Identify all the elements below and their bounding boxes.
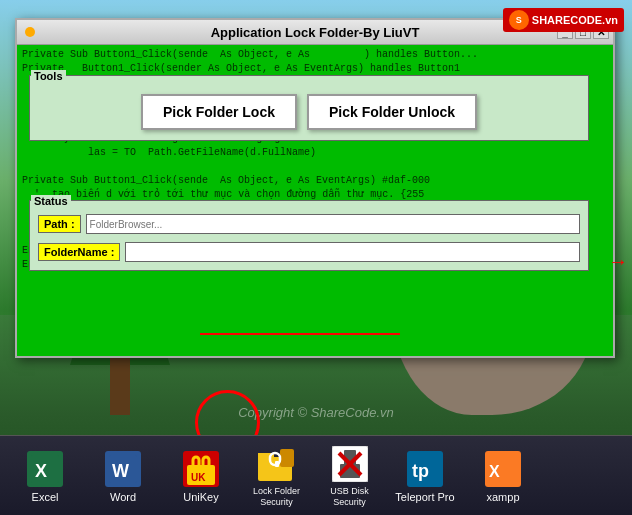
code-line: Private Sub Button1_Click(sende As Objec… [22, 174, 608, 188]
code-line: Private Button1_Click(sender As Object, … [22, 62, 608, 76]
red-arrow-icon: → [608, 250, 628, 273]
excel-label: Excel [32, 491, 59, 503]
xampp-icon: X [483, 449, 523, 489]
pick-folder-lock-button[interactable]: Pick Folder Lock [141, 94, 297, 130]
red-arrow-line [200, 333, 400, 335]
unikey-label: UniKey [183, 491, 218, 503]
svg-text:tp: tp [412, 461, 429, 481]
tools-section-label: Tools [31, 70, 66, 82]
foldername-row: FolderName : [38, 242, 580, 262]
code-line: las = TO Path.GetFileName(d.FullName) [22, 146, 608, 160]
svg-text:X: X [35, 461, 47, 481]
path-row: Path : [38, 214, 580, 234]
teleport-icon: tp [405, 449, 445, 489]
taskbar-item-word[interactable]: W Word [88, 440, 158, 512]
pick-folder-unlock-button[interactable]: Pick Folder Unlock [307, 94, 477, 130]
teleport-label: Teleport Pro [395, 491, 454, 503]
lockfolder-label: Lock FolderSecurity [253, 486, 300, 508]
taskbar-item-teleport[interactable]: tp Teleport Pro [390, 440, 460, 512]
title-dot [25, 27, 35, 37]
word-icon: W [103, 449, 143, 489]
word-label: Word [110, 491, 136, 503]
unikey-icon: UK [181, 449, 221, 489]
copyright-overlay: Copyright © ShareCode.vn [0, 405, 632, 420]
sharecode-text: SHARECODE.vn [532, 14, 618, 26]
taskbar-item-lockfolder[interactable]: Lock FolderSecurity [244, 440, 309, 512]
xampp-label: xampp [486, 491, 519, 503]
sc-icon: S [509, 10, 529, 30]
word-icon-inner: W [105, 451, 141, 487]
path-input[interactable] [86, 214, 580, 234]
taskbar: X Excel W Word UK [0, 435, 632, 515]
tools-panel: Pick Folder Lock Pick Folder Unlock [29, 75, 589, 141]
svg-text:X: X [489, 463, 500, 480]
svg-rect-13 [275, 461, 279, 467]
lockfolder-icon [257, 444, 297, 484]
status-section-label: Status [31, 195, 71, 207]
usb-label: USB DiskSecurity [330, 486, 369, 508]
taskbar-item-usb[interactable]: USB DiskSecurity [317, 440, 382, 512]
foldername-input[interactable] [125, 242, 580, 262]
taskbar-item-excel[interactable]: X Excel [10, 440, 80, 512]
app-window: Application Lock Folder-By LiuVT _ □ ✕ P… [15, 18, 615, 358]
status-panel: Path : FolderName : [29, 200, 589, 271]
tools-buttons: Pick Folder Lock Pick Folder Unlock [35, 86, 583, 135]
svg-text:W: W [112, 461, 129, 481]
path-label: Path : [38, 215, 81, 233]
app-title: Application Lock Folder-By LiuVT [211, 25, 420, 40]
foldername-label: FolderName : [38, 243, 120, 261]
taskbar-item-unikey[interactable]: UK UniKey [166, 440, 236, 512]
svg-rect-11 [280, 449, 294, 467]
excel-icon: X [25, 449, 65, 489]
taskbar-item-xampp[interactable]: X xampp [468, 440, 538, 512]
svg-text:UK: UK [191, 472, 206, 483]
code-line [22, 160, 608, 174]
excel-icon-inner: X [27, 451, 63, 487]
sharecode-logo: S SHARECODE.vn [503, 8, 624, 32]
usb-icon [330, 444, 370, 484]
code-line: Private Sub Button1_Click(sende As Objec… [22, 48, 608, 62]
